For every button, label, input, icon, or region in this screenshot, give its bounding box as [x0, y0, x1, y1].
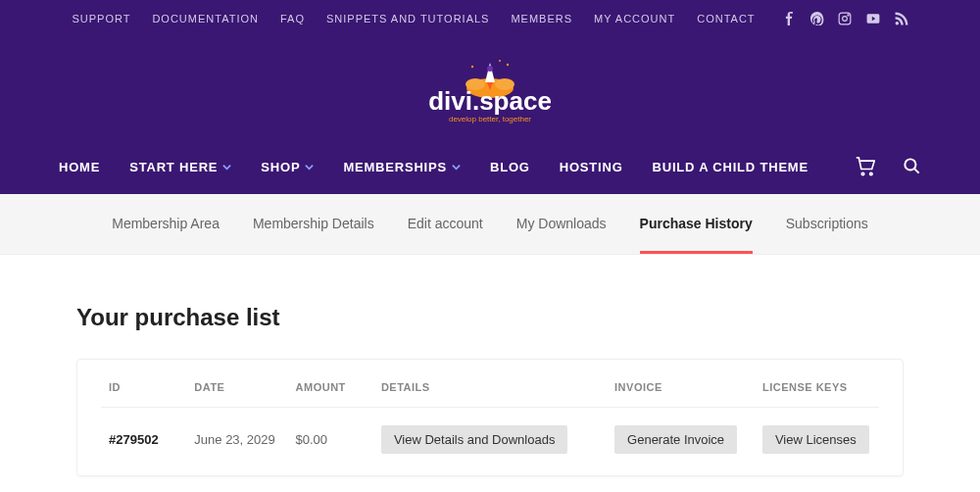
chevron-down-icon	[305, 163, 314, 172]
nav-label: HOSTING	[560, 160, 623, 174]
col-amount: AMOUNT	[288, 360, 373, 408]
svg-point-8	[471, 66, 473, 68]
social-icons	[783, 12, 908, 25]
svg-point-14	[870, 172, 873, 175]
instagram-icon[interactable]	[838, 12, 852, 25]
nav-hosting[interactable]: HOSTING	[560, 160, 623, 174]
chevron-down-icon	[452, 163, 461, 172]
svg-point-2	[847, 15, 848, 16]
col-details: DETAILS	[373, 360, 607, 408]
col-id: ID	[101, 360, 186, 408]
pinterest-icon[interactable]	[810, 12, 824, 25]
svg-text:develop better, together: develop better, together	[449, 115, 531, 123]
svg-point-15	[905, 159, 915, 170]
col-invoice: INVOICE	[607, 360, 755, 408]
nav-label: BUILD A CHILD THEME	[653, 160, 808, 174]
nav-label: MEMBERSHIPS	[343, 160, 447, 174]
tab-edit-account[interactable]: Edit account	[408, 216, 483, 254]
mainnav: HOME START HERE SHOP MEMBERSHIPS BLOG HO…	[0, 141, 980, 194]
page-title: Your purchase list	[76, 304, 904, 331]
cell-license: View Licenses	[755, 408, 879, 476]
svg-point-1	[842, 17, 847, 22]
nav-icons	[856, 157, 921, 176]
nav-build-child-theme[interactable]: BUILD A CHILD THEME	[653, 160, 808, 174]
table-row: #279502 June 23, 2029 $0.00 View Details…	[101, 408, 879, 476]
svg-point-10	[499, 60, 501, 62]
view-details-button[interactable]: View Details and Downloads	[381, 425, 568, 454]
nav-shop[interactable]: SHOP	[261, 160, 314, 174]
topbar-link-faq[interactable]: FAQ	[280, 13, 305, 25]
content: Your purchase list ID DATE AMOUNT DETAIL…	[0, 255, 980, 492]
topbar: SUPPORT DOCUMENTATION FAQ SNIPPETS AND T…	[0, 0, 980, 37]
cell-details: View Details and Downloads	[373, 408, 607, 476]
nav-home[interactable]: HOME	[59, 160, 100, 174]
table-header-row: ID DATE AMOUNT DETAILS INVOICE LICENSE K…	[101, 360, 879, 408]
cell-date: June 23, 2029	[186, 408, 287, 476]
header: divi.space develop better, together HOME…	[0, 37, 980, 194]
tab-membership-details[interactable]: Membership Details	[253, 216, 374, 254]
facebook-icon[interactable]	[783, 12, 797, 25]
tab-purchase-history[interactable]: Purchase History	[640, 216, 753, 254]
generate-invoice-button[interactable]: Generate Invoice	[614, 425, 737, 454]
cell-id: #279502	[101, 408, 186, 476]
col-license: LICENSE KEYS	[755, 360, 879, 408]
svg-point-7	[487, 66, 493, 72]
nav-label: START HERE	[129, 160, 218, 174]
topbar-link-snippets[interactable]: SNIPPETS AND TUTORIALS	[326, 13, 489, 25]
svg-point-3	[895, 22, 899, 25]
logo[interactable]: divi.space develop better, together	[0, 55, 980, 141]
view-licenses-button[interactable]: View Licenses	[762, 425, 869, 454]
topbar-link-documentation[interactable]: DOCUMENTATION	[152, 13, 259, 25]
cell-amount: $0.00	[288, 408, 373, 476]
nav-label: HOME	[59, 160, 100, 174]
tab-subscriptions[interactable]: Subscriptions	[786, 216, 868, 254]
purchase-card: ID DATE AMOUNT DETAILS INVOICE LICENSE K…	[76, 359, 904, 476]
tab-my-downloads[interactable]: My Downloads	[516, 216, 607, 254]
purchase-table: ID DATE AMOUNT DETAILS INVOICE LICENSE K…	[101, 360, 879, 475]
svg-text:divi.space: divi.space	[428, 86, 552, 116]
chevron-down-icon	[222, 163, 231, 172]
svg-point-9	[507, 64, 509, 66]
cart-icon[interactable]	[856, 157, 875, 176]
topbar-link-members[interactable]: MEMBERS	[511, 13, 572, 25]
cell-invoice: Generate Invoice	[607, 408, 755, 476]
nav-blog[interactable]: BLOG	[490, 160, 530, 174]
topbar-link-support[interactable]: SUPPORT	[72, 13, 130, 25]
tab-membership-area[interactable]: Membership Area	[112, 216, 220, 254]
nav-label: SHOP	[261, 160, 300, 174]
nav-label: BLOG	[490, 160, 530, 174]
search-icon[interactable]	[903, 157, 921, 176]
col-date: DATE	[186, 360, 287, 408]
rss-icon[interactable]	[895, 12, 908, 25]
nav-start-here[interactable]: START HERE	[129, 160, 231, 174]
svg-point-13	[861, 172, 864, 175]
account-tabs: Membership Area Membership Details Edit …	[0, 194, 980, 255]
topbar-link-myaccount[interactable]: MY ACCOUNT	[594, 13, 675, 25]
topbar-link-contact[interactable]: CONTACT	[697, 13, 755, 25]
nav-memberships[interactable]: MEMBERSHIPS	[343, 160, 461, 174]
youtube-icon[interactable]	[865, 12, 881, 25]
